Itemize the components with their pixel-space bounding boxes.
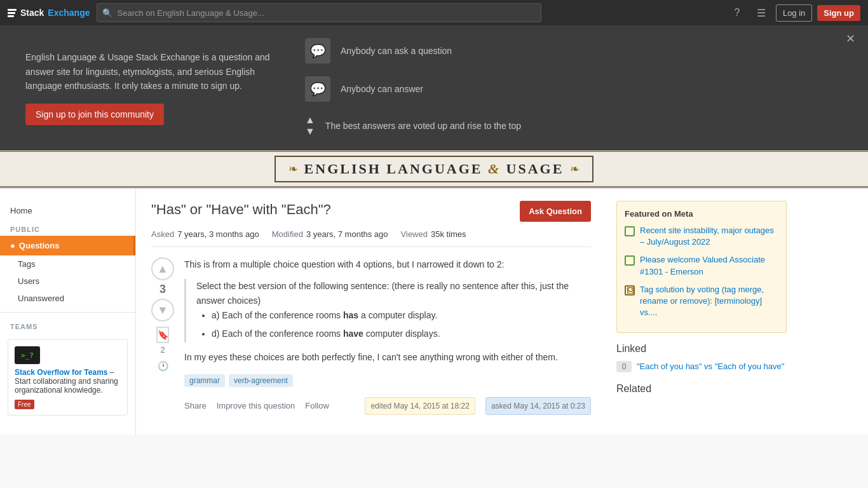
meta-link-icon-2: [625, 255, 635, 266]
tag-grammar[interactable]: grammar: [184, 374, 225, 387]
teams-link[interactable]: Stack Overflow for Teams: [15, 368, 108, 377]
teams-dash: –: [110, 368, 114, 377]
list-item-d-bold: have: [343, 329, 363, 339]
inbox-icon[interactable]: ☰: [752, 3, 771, 22]
teams-box-text: Stack Overflow for Teams – Start collabo…: [15, 368, 121, 395]
feature-ask: 💬 Anybody can ask a question: [305, 38, 521, 64]
bookmark-count: 2: [161, 346, 165, 355]
sidebar: Home PUBLIC ●Questions Tags Users Unansw…: [0, 188, 136, 435]
teams-desc: Start collaborating and sharing organiza…: [15, 377, 118, 395]
site-logo[interactable]: StackExchange: [8, 8, 90, 18]
meta-link-text-2[interactable]: Please welcome Valued Associate #1301 - …: [640, 254, 778, 277]
feature-ask-label: Anybody can ask a question: [341, 46, 452, 56]
feature-voted-label: The best answers are voted up and rise t…: [325, 121, 521, 131]
search-container: 🔍: [97, 3, 541, 22]
teams-terminal-icon: >_?: [15, 346, 40, 364]
related-section-title: Related: [616, 383, 787, 395]
meta-modified-value: 3 years, 7 months ago: [306, 229, 388, 239]
tag-verb-agreement[interactable]: verb-agreement: [229, 374, 293, 387]
meta-link-item-2: Please welcome Valued Associate #1301 - …: [625, 254, 778, 277]
list-item-a-prefix: a) Each of the conference rooms: [212, 310, 343, 320]
meta-link-icon-3: ⛾: [625, 285, 635, 295]
teams-box: >_? Stack Overflow for Teams – Start col…: [8, 339, 128, 416]
sidebar-item-home[interactable]: Home: [0, 201, 135, 220]
right-sidebar: Featured on Meta Recent site instability…: [606, 188, 797, 435]
logo-icon: [8, 9, 17, 17]
hero-banner: English Language & Usage Stack Exchange …: [0, 25, 868, 150]
meta-link-text-1[interactable]: Recent site instability, major outages –…: [640, 225, 778, 248]
tags-row: grammar verb-agreement: [184, 374, 591, 387]
question-blockquote: Select the best version of the following…: [184, 279, 591, 342]
vote-arrows-icon: ▲ ▼: [305, 114, 315, 137]
sidebar-item-users[interactable]: Users: [0, 273, 135, 290]
question-body-conclusion: In my eyes these choices are both perfec…: [184, 350, 591, 364]
hero-features: 💬 Anybody can ask a question 💬 Anybody c…: [305, 38, 521, 137]
feature-voted: ▲ ▼ The best answers are voted up and ri…: [305, 114, 521, 137]
meta-viewed: Viewed 35k times: [401, 229, 466, 239]
linked-link-1[interactable]: "Each of you has" vs "Each of you have": [637, 361, 784, 372]
meta-viewed-label: Viewed: [401, 229, 428, 239]
asked-label: asked: [491, 402, 512, 410]
blockquote-text: Select the best version of the following…: [196, 279, 591, 308]
meta-viewed-value: 35k times: [431, 229, 466, 239]
list-item-a-suffix: a computer display.: [358, 310, 437, 320]
question-content: This is from a multiple choice question …: [184, 257, 591, 415]
question-footer: Share Improve this question Follow edite…: [184, 397, 591, 415]
site-title: ENGLISH LANGUAGE & USAGE: [304, 161, 564, 177]
meta-asked-label: Asked: [151, 229, 174, 239]
list-item-d: d) Each of the conference rooms have com…: [212, 326, 591, 342]
search-input[interactable]: [97, 3, 541, 22]
sidebar-section-teams: TEAMS: [0, 318, 135, 333]
site-title-ampersand: &: [488, 161, 506, 177]
asked-date: May 14, 2015 at 0:23: [513, 402, 585, 410]
title-deco-left: ❧: [288, 162, 298, 176]
meta-modified-label: Modified: [272, 229, 303, 239]
title-deco-right: ❧: [570, 162, 580, 176]
site-title-part1: ENGLISH LANGUAGE: [304, 161, 483, 177]
meta-link-icon-1: [625, 226, 635, 236]
question-title: "Has" or "Have" with "Each"?: [151, 201, 331, 219]
ask-question-button[interactable]: Ask Question: [520, 201, 591, 222]
question-header: "Has" or "Have" with "Each"? Ask Questio…: [151, 201, 591, 222]
edited-box: edited May 14, 2015 at 18:22: [365, 397, 475, 415]
help-icon[interactable]: ?: [728, 3, 747, 22]
linked-item-1: 0 "Each of you has" vs "Each of you have…: [616, 361, 787, 372]
bookmark-button[interactable]: 🔖: [156, 327, 169, 343]
nav-actions: ? ☰ Log in Sign up: [728, 3, 860, 22]
join-community-button[interactable]: Sign up to join this community: [25, 104, 164, 125]
sidebar-section-public: PUBLIC: [0, 220, 135, 236]
list-item-a: a) Each of the conference rooms has a co…: [212, 308, 591, 323]
site-title-part2: USAGE: [506, 161, 564, 177]
sidebar-item-unanswered[interactable]: Unanswered: [0, 290, 135, 307]
sidebar-item-questions[interactable]: ●Questions: [0, 236, 135, 255]
question-body-intro: This is from a multiple choice question …: [184, 257, 591, 271]
answer-icon: 💬: [305, 76, 330, 102]
asked-box: asked May 14, 2015 at 0:23: [485, 397, 591, 415]
meta-link-text-3[interactable]: Tag solution by voting (tag merge, renam…: [640, 284, 778, 319]
question-list: a) Each of the conference rooms has a co…: [196, 308, 591, 342]
login-button[interactable]: Log in: [776, 4, 812, 22]
close-banner-button[interactable]: ✕: [846, 32, 855, 46]
meta-link-item-1: Recent site instability, major outages –…: [625, 225, 778, 248]
question-body: ▲ 3 ▼ 🔖 2 🕐 This is from a multiple choi…: [151, 257, 591, 415]
content-area: "Has" or "Have" with "Each"? Ask Questio…: [136, 188, 606, 435]
signup-button[interactable]: Sign up: [817, 5, 860, 21]
share-link[interactable]: Share: [184, 401, 207, 410]
edited-date: May 14, 2015 at 18:22: [393, 402, 469, 410]
meta-link-item-3: ⛾ Tag solution by voting (tag merge, ren…: [625, 284, 778, 319]
ask-icon: 💬: [305, 38, 330, 64]
logo-text-exchange: Exchange: [48, 8, 90, 18]
follow-link[interactable]: Follow: [305, 401, 329, 410]
linked-score-1: 0: [616, 361, 632, 372]
vote-down-button[interactable]: ▼: [151, 299, 174, 322]
vote-up-button[interactable]: ▲: [151, 257, 174, 280]
featured-meta-box: Featured on Meta Recent site instability…: [616, 201, 787, 333]
question-meta: Asked 7 years, 3 months ago Modified 3 y…: [151, 229, 591, 247]
sidebar-item-tags[interactable]: Tags: [0, 255, 135, 273]
featured-meta-title: Featured on Meta: [625, 209, 778, 219]
logo-text-stack: Stack: [20, 8, 44, 18]
meta-asked-value: 7 years, 3 months ago: [177, 229, 259, 239]
history-button[interactable]: 🕐: [156, 360, 169, 372]
list-item-d-suffix: computer displays.: [363, 329, 440, 339]
improve-link[interactable]: Improve this question: [217, 401, 295, 410]
